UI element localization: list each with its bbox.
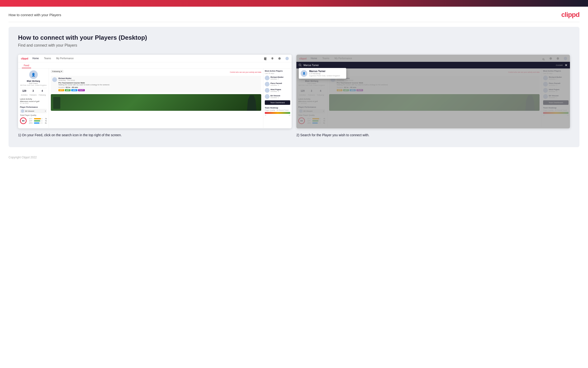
player-perf-label-1: Player Performance xyxy=(20,106,47,108)
golf-image-1 xyxy=(51,94,261,111)
hero-subtitle: Find and connect with your Players xyxy=(18,43,570,47)
svg-point-4 xyxy=(299,64,301,66)
header-divider xyxy=(9,22,579,22)
player-avatar-3 xyxy=(265,94,270,99)
tag-app: APP xyxy=(65,89,70,91)
bar-arg-1: ARG 61 xyxy=(29,122,47,124)
app-left-1: 👤 Blair McHarg Golf Coach Mill Ride Golf… xyxy=(18,68,49,128)
heatmap-bar-1 xyxy=(265,112,290,114)
search-result-dropdown[interactable]: 👤 Marcus Turner 1-5 Handicap Cypress Poi… xyxy=(299,68,346,79)
quality-label-1: Total Player Quality xyxy=(20,114,47,116)
avatar-icon-1 xyxy=(285,57,289,60)
tag-ott: OTT xyxy=(58,89,64,91)
profile-avatar-1: 👤 xyxy=(29,70,38,79)
player-list-item-0: Richard Butler Activities: 7 xyxy=(265,76,290,80)
profile-name-1: Blair McHarg xyxy=(20,80,47,82)
settings-icon-1 xyxy=(278,57,281,60)
heatmap-sub-1: Player Quality · 20 Round Trend xyxy=(265,109,290,111)
app-nav-1: clippd Home Teams My Performance xyxy=(18,55,292,62)
player-selector-1[interactable]: Eli Vincent ▾ xyxy=(20,109,47,113)
tag-putt: PUTT xyxy=(78,89,85,91)
player-avatar-1 xyxy=(265,82,270,87)
logo: clippd xyxy=(562,11,579,18)
main-content: How to connect with your Players (Deskto… xyxy=(9,27,579,147)
search-icon-1[interactable] xyxy=(264,57,266,60)
nav-teams-1[interactable]: Teams xyxy=(43,57,52,60)
nav-home-1[interactable]: Home xyxy=(32,57,40,60)
panel-1: clippd Home Teams My Performance xyxy=(18,55,292,138)
stats-row-1: 129 Activities 3 Followers 4 Following xyxy=(20,90,47,97)
player-list-item-3: Eli Vincent Activities: 1 xyxy=(265,94,290,99)
app-logo-1: clippd xyxy=(21,57,28,60)
feed-tab-1[interactable]: Feed xyxy=(22,63,31,68)
profile-card-1: 👤 Blair McHarg Golf Coach Mill Ride Golf… xyxy=(20,70,47,88)
svg-line-5 xyxy=(301,66,301,66)
search-icon-overlay xyxy=(299,64,302,66)
latest-act-date-1: 27 Jul 2022 xyxy=(20,102,47,104)
result-info: Marcus Turner 1-5 Handicap Cypress Point… xyxy=(309,70,344,77)
result-avatar: 👤 xyxy=(301,70,307,77)
search-bar[interactable]: CLEAR ✕ xyxy=(296,62,570,68)
latest-act-label-1: Latest Activity xyxy=(20,98,47,100)
chevron-icon-1: ▾ xyxy=(45,110,46,112)
copyright: Copyright Clippd 2022 xyxy=(9,156,37,159)
footer: Copyright Clippd 2022 xyxy=(0,152,588,163)
page-header: How to connect with your Players clippd xyxy=(0,7,588,22)
caption-2: 2) Search for the Player you wish to con… xyxy=(296,133,570,138)
heatmap-title-1: Team Heatmap xyxy=(265,107,290,109)
top-bar xyxy=(0,0,588,7)
result-handicap: 1-5 Handicap xyxy=(309,73,344,75)
profile-role-1: Golf Coach xyxy=(20,82,47,84)
activity-avatar-1 xyxy=(52,77,57,82)
stat-activities-1: 129 Activities xyxy=(21,90,27,97)
player-list-item-1: Piers Parnell Activities: 4 xyxy=(265,82,290,87)
following-btn-1[interactable]: Following ▾ xyxy=(51,70,63,73)
active-period-1: Last 30 days xyxy=(265,73,290,74)
caption-1: 1) On your Feed, click on the search ico… xyxy=(18,133,292,138)
tag-arg: ARG xyxy=(71,89,77,91)
svg-line-1 xyxy=(266,60,266,60)
player-selector-name-1: Eli Vincent xyxy=(25,110,44,112)
panel-2: clippd Home Teams My Performance xyxy=(296,55,570,138)
result-name: Marcus Turner xyxy=(309,70,344,73)
latest-act-name-1: Afternoon round of golf xyxy=(20,100,47,102)
close-button[interactable]: ✕ xyxy=(565,63,568,67)
app-middle-1: Following ▾ Control who can see your act… xyxy=(49,68,263,128)
screenshot-frame-2: clippd Home Teams My Performance xyxy=(296,55,570,128)
nav-my-performance-1[interactable]: My Performance xyxy=(55,57,75,60)
player-avatar-2 xyxy=(265,88,270,93)
app-body-1: 👤 Blair McHarg Golf Coach Mill Ride Golf… xyxy=(18,68,292,128)
bar-app-1: APP 70 xyxy=(29,120,47,122)
screenshot-frame-1: clippd Home Teams My Performance xyxy=(18,55,292,128)
duration-row-1: Duration 02 hr : 00 min xyxy=(58,86,260,88)
bar-ott-1: OTT 79 xyxy=(29,118,47,120)
search-input[interactable] xyxy=(304,64,554,66)
person-icon-1 xyxy=(271,57,273,60)
player-avatar-0 xyxy=(265,76,270,80)
page-title: How to connect with your Players xyxy=(9,13,61,17)
result-club: Cypress Point Club, United Kingdom xyxy=(309,75,344,77)
team-dashboard-btn-1[interactable]: Team Dashboard xyxy=(265,100,290,105)
heatmap-scale-1: -5+5 xyxy=(265,115,290,116)
hero-title: How to connect with your Players (Deskto… xyxy=(18,34,570,41)
activity-card-1: Richard Butler Yesterday · The Grove Pre… xyxy=(51,76,261,93)
control-link-1[interactable]: Control who can see your activity and da… xyxy=(230,71,261,73)
active-players-title-1: Most Active Players xyxy=(265,70,290,72)
tag-row-1: OTT APP ARG PUTT xyxy=(58,89,260,91)
stat-followers-1: 3 Followers xyxy=(30,90,37,97)
screenshots-row: clippd Home Teams My Performance xyxy=(18,55,570,138)
player-avatar-selector-1 xyxy=(21,109,24,113)
score-circle-1: 84 xyxy=(20,118,26,124)
activity-info-1: Richard Butler Yesterday · The Grove Pre… xyxy=(58,77,260,91)
app-right-1: Most Active Players Last 30 days Richard… xyxy=(263,68,292,128)
clear-button[interactable]: CLEAR xyxy=(556,64,563,66)
svg-point-0 xyxy=(264,58,266,60)
stat-following-1: 4 Following xyxy=(39,90,46,97)
player-list-item-2: Hiral Pujara Activities: 3 xyxy=(265,88,290,93)
profile-club-1: Mill Ride Golf Club, United Kingdom xyxy=(20,84,47,86)
